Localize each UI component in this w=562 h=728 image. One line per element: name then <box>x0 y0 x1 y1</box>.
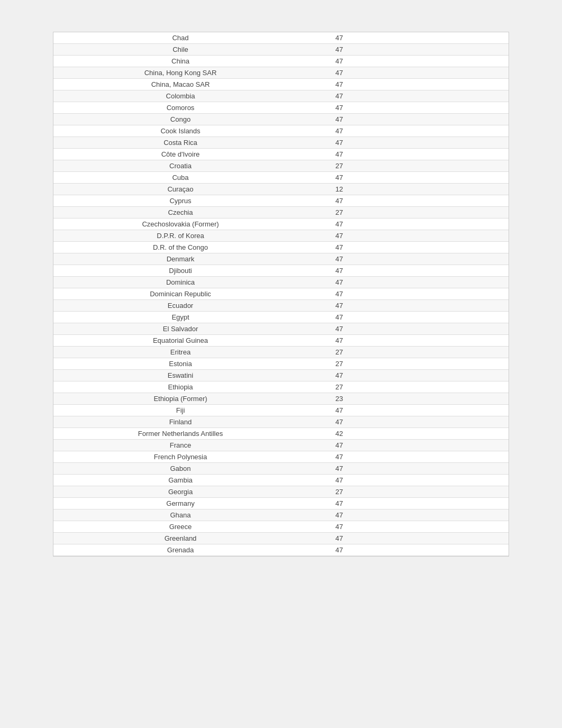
country-cell: French Polynesia <box>53 451 307 462</box>
country-cell: Eritrea <box>53 347 307 358</box>
value-cell: 47 <box>307 265 371 276</box>
country-cell: Cuba <box>53 172 307 183</box>
table-row: Dominican Republic47 <box>53 288 509 300</box>
value-cell: 27 <box>307 381 371 393</box>
value-cell: 47 <box>307 125 371 136</box>
table-row: Croatia27 <box>53 160 509 172</box>
value-cell: 47 <box>307 533 371 544</box>
value-cell: 47 <box>307 219 371 230</box>
value-cell: 42 <box>307 428 371 439</box>
country-cell: Ghana <box>53 509 307 521</box>
value-cell: 47 <box>307 242 371 253</box>
page-container: Chad47Chile47China47China, Hong Kong SAR… <box>0 0 562 588</box>
country-cell: Greece <box>53 521 307 532</box>
table-row: Eritrea27 <box>53 347 509 358</box>
country-cell: Ethiopia <box>53 381 307 393</box>
country-cell: Ecuador <box>53 300 307 311</box>
country-cell: Curaçao <box>53 184 307 195</box>
value-cell: 47 <box>307 56 371 67</box>
table-row: Greenland47 <box>53 533 509 544</box>
country-cell: Czechoslovakia (Former) <box>53 219 307 230</box>
table-row: Eswatini47 <box>53 370 509 381</box>
country-cell: Chile <box>53 44 307 55</box>
table-row: Costa Rica47 <box>53 137 509 149</box>
country-cell: China <box>53 56 307 67</box>
country-cell: Gambia <box>53 475 307 486</box>
value-cell: 47 <box>307 288 371 299</box>
table-row: Gabon47 <box>53 463 509 475</box>
country-cell: Equatorial Guinea <box>53 335 307 346</box>
value-cell: 27 <box>307 347 371 358</box>
value-cell: 47 <box>307 102 371 113</box>
table-row: Fiji47 <box>53 405 509 416</box>
value-cell: 47 <box>307 521 371 532</box>
table-row: Czechoslovakia (Former)47 <box>53 219 509 230</box>
country-cell: China, Hong Kong SAR <box>53 67 307 78</box>
table-row: French Polynesia47 <box>53 451 509 463</box>
country-cell: Egypt <box>53 312 307 323</box>
table-row: El Salvador47 <box>53 323 509 335</box>
value-cell: 47 <box>307 370 371 381</box>
value-cell: 47 <box>307 509 371 521</box>
table-row: Curaçao12 <box>53 184 509 195</box>
country-cell: France <box>53 440 307 451</box>
country-cell: Comoros <box>53 102 307 113</box>
country-cell: Eswatini <box>53 370 307 381</box>
country-cell: Finland <box>53 416 307 427</box>
table-row: Ecuador47 <box>53 300 509 312</box>
value-cell: 47 <box>307 44 371 55</box>
country-cell: El Salvador <box>53 323 307 334</box>
value-cell: 23 <box>307 393 371 404</box>
table-row: Czechia27 <box>53 207 509 219</box>
table-row: Ghana47 <box>53 509 509 521</box>
value-cell: 47 <box>307 172 371 183</box>
value-cell: 47 <box>307 149 371 160</box>
country-cell: Former Netherlands Antilles <box>53 428 307 439</box>
country-cell: Dominican Republic <box>53 288 307 299</box>
value-cell: 12 <box>307 184 371 195</box>
value-cell: 47 <box>307 312 371 323</box>
table-row: Denmark47 <box>53 253 509 265</box>
table-row: Côte d'Ivoire47 <box>53 149 509 160</box>
table-row: Germany47 <box>53 498 509 509</box>
value-cell: 27 <box>307 486 371 497</box>
table-row: Finland47 <box>53 416 509 428</box>
value-cell: 27 <box>307 160 371 171</box>
country-cell: Ethiopia (Former) <box>53 393 307 404</box>
table-row: Cyprus47 <box>53 195 509 207</box>
table-row: Greece47 <box>53 521 509 533</box>
table-row: Equatorial Guinea47 <box>53 335 509 347</box>
value-cell: 47 <box>307 137 371 148</box>
table-row: Former Netherlands Antilles42 <box>53 428 509 440</box>
country-cell: Costa Rica <box>53 137 307 148</box>
country-cell: D.R. of the Congo <box>53 242 307 253</box>
value-cell: 47 <box>307 67 371 78</box>
table-row: France47 <box>53 440 509 451</box>
country-cell: China, Macao SAR <box>53 79 307 90</box>
table-row: Cook Islands47 <box>53 125 509 137</box>
table-row: Ethiopia (Former)23 <box>53 393 509 405</box>
value-cell: 47 <box>307 90 371 102</box>
table-row: Georgia27 <box>53 486 509 498</box>
country-cell: Congo <box>53 114 307 125</box>
country-cell: Czechia <box>53 207 307 218</box>
country-cell: Estonia <box>53 358 307 369</box>
country-cell: Croatia <box>53 160 307 171</box>
country-cell: D.P.R. of Korea <box>53 230 307 241</box>
table-row: Congo47 <box>53 114 509 125</box>
country-cell: Germany <box>53 498 307 509</box>
value-cell: 47 <box>307 79 371 90</box>
table-row: Ethiopia27 <box>53 381 509 393</box>
value-cell: 47 <box>307 114 371 125</box>
table-row: D.P.R. of Korea47 <box>53 230 509 242</box>
table-row: Chad47 <box>53 32 509 44</box>
table-row: China, Hong Kong SAR47 <box>53 67 509 79</box>
table-row: China47 <box>53 56 509 67</box>
table-row: D.R. of the Congo47 <box>53 242 509 253</box>
table-row: Grenada47 <box>53 544 509 556</box>
country-cell: Fiji <box>53 405 307 416</box>
value-cell: 47 <box>307 253 371 265</box>
table-row: Estonia27 <box>53 358 509 370</box>
table-row: Comoros47 <box>53 102 509 114</box>
value-cell: 47 <box>307 440 371 451</box>
